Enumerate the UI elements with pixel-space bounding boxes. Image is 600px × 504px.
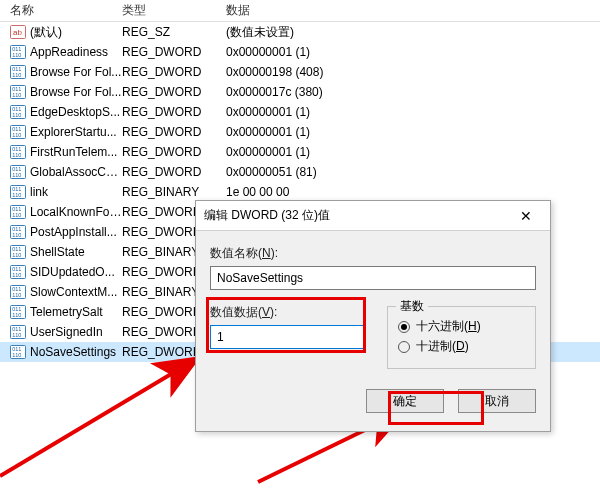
value-data: 0x00000001 (1) [226, 145, 596, 159]
value-data: (数值未设置) [226, 24, 596, 41]
value-name: link [30, 185, 122, 199]
radio-hex[interactable]: 十六进制(H) [398, 318, 525, 335]
dialog-titlebar: 编辑 DWORD (32 位)值 ✕ [196, 201, 550, 231]
binary-icon [10, 44, 26, 60]
value-data: 0x0000017c (380) [226, 85, 596, 99]
string-icon [10, 24, 26, 40]
binary-icon [10, 64, 26, 80]
radio-icon [398, 321, 410, 333]
value-data-input[interactable]: 1 [210, 325, 365, 349]
value-name: EdgeDesktopS... [30, 105, 122, 119]
edit-dword-dialog: 编辑 DWORD (32 位)值 ✕ 数值名称(N): NoSaveSettin… [195, 200, 551, 432]
dialog-title: 编辑 DWORD (32 位)值 [204, 207, 330, 224]
svg-line-0 [0, 358, 198, 476]
value-type: REG_DWORD [122, 125, 226, 139]
value-name-label: 数值名称(N): [210, 245, 536, 262]
registry-value-row[interactable]: Browse For Fol...REG_DWORD0x00000198 (40… [0, 62, 600, 82]
value-name: PostAppInstall... [30, 225, 122, 239]
value-type: REG_DWORD [122, 145, 226, 159]
value-name: GlobalAssocCh... [30, 165, 122, 179]
value-type: REG_SZ [122, 25, 226, 39]
registry-value-row[interactable]: linkREG_BINARY1e 00 00 00 [0, 182, 600, 202]
value-name: SIDUpdatedO... [30, 265, 122, 279]
value-data: 0x00000198 (408) [226, 65, 596, 79]
binary-icon [10, 284, 26, 300]
registry-value-row[interactable]: EdgeDesktopS...REG_DWORD0x00000001 (1) [0, 102, 600, 122]
radix-group: 基数 十六进制(H) 十进制(D) [387, 306, 536, 369]
header-data[interactable]: 数据 [226, 2, 596, 19]
registry-value-row[interactable]: AppReadinessREG_DWORD0x00000001 (1) [0, 42, 600, 62]
header-name[interactable]: 名称 [4, 2, 122, 19]
binary-icon [10, 144, 26, 160]
binary-icon [10, 104, 26, 120]
cancel-button[interactable]: 取消 [458, 389, 536, 413]
value-type: REG_DWORD [122, 65, 226, 79]
registry-value-row[interactable]: GlobalAssocCh...REG_DWORD0x00000051 (81) [0, 162, 600, 182]
registry-value-row[interactable]: Browse For Fol...REG_DWORD0x0000017c (38… [0, 82, 600, 102]
list-header: 名称 类型 数据 [0, 0, 600, 22]
binary-icon [10, 324, 26, 340]
binary-icon [10, 304, 26, 320]
binary-icon [10, 344, 26, 360]
value-data: 0x00000001 (1) [226, 45, 596, 59]
radio-dec[interactable]: 十进制(D) [398, 338, 525, 355]
value-name: TelemetrySalt [30, 305, 122, 319]
value-name: Browse For Fol... [30, 65, 122, 79]
registry-value-row[interactable]: FirstRunTelem...REG_DWORD0x00000001 (1) [0, 142, 600, 162]
value-name-input[interactable]: NoSaveSettings [210, 266, 536, 290]
value-name: SlowContextM... [30, 285, 122, 299]
value-type: REG_BINARY [122, 185, 226, 199]
value-data: 0x00000001 (1) [226, 105, 596, 119]
value-name: ShellState [30, 245, 122, 259]
value-data-label: 数值数据(V): [210, 304, 365, 321]
binary-icon [10, 204, 26, 220]
binary-icon [10, 244, 26, 260]
value-type: REG_DWORD [122, 165, 226, 179]
binary-icon [10, 164, 26, 180]
binary-icon [10, 264, 26, 280]
ok-button[interactable]: 确定 [366, 389, 444, 413]
value-data: 0x00000001 (1) [226, 125, 596, 139]
value-name: Browse For Fol... [30, 85, 122, 99]
value-name: ExplorerStartu... [30, 125, 122, 139]
value-type: REG_DWORD [122, 85, 226, 99]
binary-icon [10, 184, 26, 200]
value-name: FirstRunTelem... [30, 145, 122, 159]
close-icon: ✕ [520, 208, 532, 224]
value-type: REG_DWORD [122, 105, 226, 119]
value-name: UserSignedIn [30, 325, 122, 339]
close-button[interactable]: ✕ [510, 205, 542, 227]
binary-icon [10, 224, 26, 240]
registry-value-row[interactable]: ExplorerStartu...REG_DWORD0x00000001 (1) [0, 122, 600, 142]
value-name: AppReadiness [30, 45, 122, 59]
binary-icon [10, 84, 26, 100]
binary-icon [10, 124, 26, 140]
value-data: 0x00000051 (81) [226, 165, 596, 179]
value-data: 1e 00 00 00 [226, 185, 596, 199]
value-type: REG_DWORD [122, 45, 226, 59]
header-type[interactable]: 类型 [122, 2, 226, 19]
radix-legend: 基数 [396, 298, 428, 315]
value-name: NoSaveSettings [30, 345, 122, 359]
radio-icon [398, 341, 410, 353]
value-name: (默认) [30, 24, 122, 41]
value-name: LocalKnownFol... [30, 205, 122, 219]
registry-value-row[interactable]: (默认)REG_SZ(数值未设置) [0, 22, 600, 42]
